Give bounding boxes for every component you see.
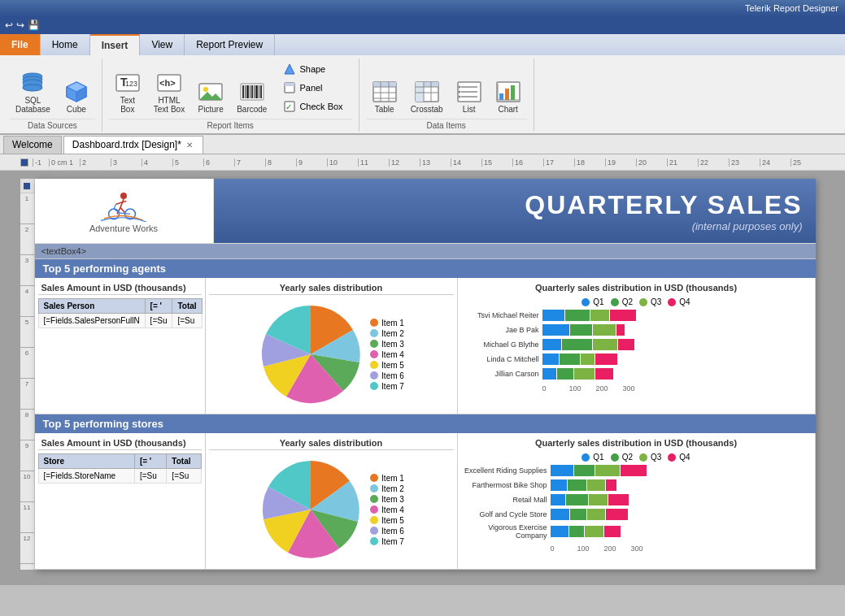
barcode-label: Barcode — [237, 105, 267, 114]
legend-dot-6 — [370, 371, 378, 380]
ribbon-content: SQLDatabase Cube Data Sources — [0, 55, 845, 134]
q3-legend — [639, 298, 647, 306]
check-box-icon: ✓ — [283, 100, 296, 113]
agents-sales-table-panel: Sales Amount in USD (thousands) Sales Pe… — [35, 278, 206, 414]
report-canvas: Adventure Works QUARTERLY SALES (interna… — [35, 179, 816, 570]
title-area: QUARTERLY SALES (internal purposes only) — [214, 179, 816, 243]
shape-icon — [283, 63, 296, 76]
ribbon: ↩ ↪ 💾 File Home Insert View Report Previ… — [0, 16, 845, 135]
report-subtitle: (internal purposes only) — [692, 220, 803, 232]
table-label: Table — [375, 105, 394, 114]
text-box-button[interactable]: T 123 TextBox — [109, 67, 146, 117]
legend-dot-7 — [370, 382, 378, 390]
svg-rect-57 — [505, 89, 509, 100]
svg-marker-29 — [285, 64, 294, 74]
ribbon-group-data-items: Table Crosstab — [359, 59, 534, 132]
agents-data-section: Sales Amount in USD (thousands) Sales Pe… — [35, 278, 816, 414]
list-button[interactable]: List — [451, 76, 488, 117]
stores-legend-6: Item 6 — [370, 527, 404, 536]
html-text-box-button[interactable]: <h> HTMLText Box — [148, 67, 190, 117]
stores-col-store: Store — [38, 454, 134, 469]
shape-button[interactable]: Shape — [277, 60, 348, 78]
legend-dot-1 — [370, 319, 378, 327]
tab-home[interactable]: Home — [41, 34, 90, 55]
panel-label: Panel — [299, 83, 322, 93]
svg-point-17 — [203, 87, 208, 92]
quick-access-save[interactable]: 💾 — [28, 20, 40, 31]
svg-rect-56 — [499, 93, 503, 100]
legend-item-3: Item 3 — [370, 340, 404, 349]
agents-col-expr: [= ' — [145, 299, 172, 314]
picture-button[interactable]: Picture — [192, 76, 229, 117]
close-tab-button[interactable]: ✕ — [185, 141, 194, 150]
sql-database-icon — [20, 70, 46, 96]
agents-bar-panel: Quarterly sales distribution in USD (tho… — [458, 278, 816, 414]
jae-q1 — [542, 324, 569, 336]
table-row: [=Fields.StoreName [=Su [=Su — [38, 469, 201, 484]
agents-header-text: Top 5 performing agents — [43, 262, 166, 275]
app-title: Telerik Report Designer — [745, 3, 838, 13]
ribbon-tabs: File Home Insert View Report Preview — [0, 34, 845, 55]
crosstab-label: Crosstab — [411, 105, 443, 114]
tab-file[interactable]: File — [0, 34, 41, 55]
stores-pie-panel: Yearly sales distribution — [206, 433, 458, 569]
stores-cell-expr: [=Su — [134, 469, 166, 484]
quick-access-redo[interactable]: ↪ — [16, 20, 24, 31]
svg-rect-26 — [255, 85, 258, 98]
stores-legend-5: Item 5 — [370, 516, 404, 525]
legend-dot-2 — [370, 329, 378, 337]
legend-dot-3 — [370, 340, 378, 348]
check-box-label: Check Box — [299, 102, 342, 111]
svg-line-72 — [119, 212, 130, 214]
svg-rect-27 — [259, 85, 259, 98]
chart-button[interactable]: Chart — [490, 76, 527, 117]
cube-button[interactable]: Cube — [58, 76, 95, 117]
list-label: List — [463, 105, 476, 114]
check-box-button[interactable]: ✓ Check Box — [277, 98, 348, 115]
agents-col-salesperson: Sales Person — [38, 299, 145, 314]
cube-icon — [63, 79, 89, 105]
crosstab-icon — [414, 79, 440, 105]
svg-line-67 — [120, 207, 125, 212]
table-button[interactable]: Table — [366, 76, 403, 117]
stores-bar-legend: Q1 Q2 Q3 Q4 — [461, 453, 812, 462]
svg-line-64 — [115, 202, 121, 204]
stores-legend-4: Item 4 — [370, 505, 404, 514]
tab-insert[interactable]: Insert — [90, 34, 141, 55]
small-buttons-group: Shape Panel — [274, 59, 351, 117]
svg-text:123: 123 — [125, 80, 137, 88]
michael-q4 — [618, 339, 634, 350]
jillian-q1 — [542, 368, 556, 380]
panel-button[interactable]: Panel — [277, 79, 348, 97]
tab-dashboard[interactable]: Dashboard.trdx [Design]* ✕ — [63, 136, 203, 154]
bar-row-farthermost: Farthermost Bike Shop — [461, 479, 812, 491]
agents-pie-panel: Yearly sales distribution — [206, 278, 458, 414]
svg-point-6 — [23, 85, 42, 91]
svg-rect-35 — [373, 82, 396, 87]
tab-view[interactable]: View — [140, 34, 185, 55]
agents-cell-name: [=Fields.SalesPersonFullN — [38, 314, 145, 328]
text-box-icon: T 123 — [115, 70, 141, 96]
agents-pie-legend: Item 1 Item 2 Item 3 — [370, 319, 404, 391]
linda-q1 — [542, 354, 559, 365]
stores-pie-title: Yearly sales distribution — [209, 436, 454, 450]
crosstab-button[interactable]: Crosstab — [405, 76, 449, 117]
agents-bar-axis: 0 100 200 300 — [542, 383, 812, 393]
bar-row-michael: Michael G Blythe — [461, 339, 812, 350]
agents-pie-chart — [258, 301, 364, 407]
barcode-icon — [239, 79, 265, 105]
stores-pie-chart — [258, 457, 364, 562]
ribbon-group-data-sources: SQLDatabase Cube Data Sources — [3, 59, 102, 132]
agents-table: Sales Person [= ' Total [=Fields.SalesPe… — [38, 298, 203, 328]
jae-q2 — [570, 324, 592, 336]
sql-database-button[interactable]: SQLDatabase — [10, 67, 56, 117]
barcode-button[interactable]: Barcode — [231, 76, 272, 117]
agents-bar-legend: Q1 Q2 Q3 Q4 — [461, 297, 812, 306]
stores-legend-3: Item 3 — [370, 495, 404, 504]
tab-report-preview[interactable]: Report Preview — [185, 34, 275, 55]
textbox4-label: <textBox4> — [41, 246, 87, 256]
tsvi-q2 — [565, 310, 590, 321]
tab-welcome[interactable]: Welcome — [3, 136, 62, 154]
quick-access-undo[interactable]: ↩ — [5, 20, 13, 31]
ribbon-group-report-items: T 123 TextBox <h> HTMLText Box — [102, 59, 359, 132]
